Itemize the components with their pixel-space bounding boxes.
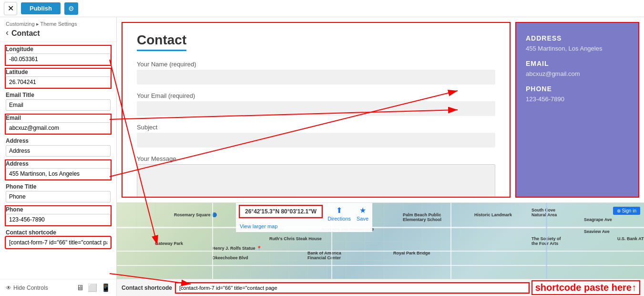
phone-input[interactable] <box>6 214 111 225</box>
address-title: ADDRESS <box>526 34 629 42</box>
email-label: Email <box>6 115 111 121</box>
main-layout: Customizing ▸ Theme Settings ‹ Contact L… <box>0 17 644 296</box>
hide-controls-label: Hide Controls <box>13 285 48 291</box>
subject-label: Subject <box>137 124 495 131</box>
address-title-label: Address <box>6 137 111 144</box>
phone-label: Phone <box>6 206 111 213</box>
email-field: Email <box>6 115 111 134</box>
breadcrumb: Customizing ▸ Theme Settings <box>6 21 111 27</box>
shortcode-bar-label: Contact shortcode <box>122 285 172 291</box>
address-value: 455 Martinson, Los Angeles <box>526 45 629 52</box>
email-title-input[interactable] <box>6 99 111 111</box>
address-value-input[interactable] <box>6 168 111 180</box>
tablet-icon-button[interactable]: ⬜ <box>88 283 97 292</box>
map-tile: Rosemary Square 🔵 Hyatt Place WestPalm B… <box>117 203 644 279</box>
email-input[interactable] <box>6 122 111 134</box>
publish-button[interactable]: Publish <box>21 2 61 14</box>
page-title: Contact <box>137 32 186 51</box>
map-label-gateway: Gateway Park <box>155 241 183 246</box>
directions-label: Directions <box>327 216 351 222</box>
subject-input[interactable] <box>137 133 495 148</box>
info-panel: ADDRESS 455 Martinson, Los Angeles EMAIL… <box>515 22 639 198</box>
shortcode-bar-input[interactable] <box>176 283 529 293</box>
sidebar-fields: Longitude Latitude Email Title Email Add… <box>0 42 116 279</box>
top-bar: ✕ Publish ⚙ <box>0 0 644 17</box>
phone-title-field: Phone Title <box>6 183 111 202</box>
map-label-bank: Bank of AmericaFinancial Center <box>307 251 341 260</box>
view-larger-map-link[interactable]: View larger map <box>240 223 368 229</box>
shortcode-bar: Contact shortcode shortcode paste here↑ <box>117 279 644 296</box>
email-field-group: Your Email (required) <box>137 92 495 116</box>
contact-form-panel: Contact Your Name (required) Your Email … <box>122 22 511 198</box>
phone-title-label: Phone Title <box>6 183 111 190</box>
latitude-label: Latitude <box>6 69 111 75</box>
map-label-rosemary: Rosemary Square 🔵 <box>174 212 217 217</box>
shortcode-label: Contact shortcode <box>6 229 111 236</box>
map-label-ruths: Ruth's Chris Steak House <box>269 236 322 241</box>
map-label-rolfs: Henry J. Rolfs Statue 📍 <box>212 246 262 251</box>
message-textarea[interactable] <box>137 164 495 198</box>
subject-field-group: Subject <box>137 124 495 148</box>
email-form-input[interactable] <box>137 101 495 116</box>
map-label-seagrape: Seagrape Ave <box>584 217 612 222</box>
message-label: Your Message <box>137 155 495 162</box>
star-icon: ★ <box>359 206 366 215</box>
sidebar-title: Contact <box>11 27 40 38</box>
map-label-usbank: U.S. Bank ATM <box>617 236 644 241</box>
sidebar-header: Customizing ▸ Theme Settings ‹ Contact <box>0 17 116 42</box>
map-label-historic: Historic Landmark <box>474 212 512 217</box>
phone-info-title: PHONE <box>526 85 629 93</box>
save-map-label: Save <box>357 216 368 222</box>
email-info-title: EMAIL <box>526 60 629 67</box>
shortcode-field: Contact shortcode <box>6 229 111 248</box>
shortcode-input[interactable] <box>6 237 111 248</box>
map-section: Rosemary Square 🔵 Hyatt Place WestPalm B… <box>117 202 644 279</box>
mobile-icon-button[interactable]: 📱 <box>101 283 111 292</box>
eye-icon: 👁 <box>6 285 11 291</box>
latitude-field: Latitude <box>6 69 111 88</box>
sign-in-badge[interactable]: ⊕ Sign in <box>613 207 640 215</box>
back-button[interactable]: ‹ <box>6 28 11 38</box>
longitude-label: Longitude <box>6 46 111 53</box>
email-form-label: Your Email (required) <box>137 92 495 99</box>
shortcode-annotation: shortcode paste here↑ <box>532 281 639 294</box>
longitude-field: Longitude <box>6 46 111 65</box>
hide-controls-button[interactable]: 👁 Hide Controls <box>6 285 48 291</box>
address-title-input[interactable] <box>6 145 111 157</box>
map-coords: 26°42'15.3"N 80°03'12.1"W <box>240 206 322 217</box>
email-title-field: Email Title <box>6 92 111 111</box>
address-value-label: Address <box>6 160 111 167</box>
phone-info-value: 123-456-7890 <box>526 95 629 103</box>
phone-field: Phone <box>6 206 111 225</box>
directions-icon: ⬆ <box>336 206 342 215</box>
map-controls: 26°42'15.3"N 80°03'12.1"W ⬆ Directions ★… <box>236 203 372 232</box>
sidebar-footer: 👁 Hide Controls 🖥 ⬜ 📱 <box>0 279 116 296</box>
footer-icons: 🖥 ⬜ 📱 <box>76 283 111 292</box>
name-label: Your Name (required) <box>137 61 495 68</box>
desktop-icon-button[interactable]: 🖥 <box>76 283 84 292</box>
message-field-group: Your Message <box>137 155 495 198</box>
gear-button[interactable]: ⚙ <box>64 2 78 15</box>
address-value-field: Address <box>6 160 111 180</box>
contact-section: Contact Your Name (required) Your Email … <box>117 17 644 202</box>
name-input[interactable] <box>137 70 495 85</box>
sidebar: Customizing ▸ Theme Settings ‹ Contact L… <box>0 17 117 296</box>
map-label-okeechobee: Okeechobee Blvd <box>212 255 248 260</box>
name-field-group: Your Name (required) <box>137 61 495 85</box>
map-label-seaview: Seaview Ave <box>584 229 610 234</box>
content-area: Contact Your Name (required) Your Email … <box>117 17 644 296</box>
address-title-field: Address <box>6 137 111 157</box>
map-label-palmbeach: Palm Beach PublicElementary School <box>403 212 441 222</box>
directions-button[interactable]: ⬆ Directions <box>327 206 351 222</box>
email-title-label: Email Title <box>6 92 111 98</box>
longitude-input[interactable] <box>6 53 111 65</box>
close-button[interactable]: ✕ <box>4 2 17 15</box>
phone-title-input[interactable] <box>6 191 111 202</box>
latitude-input[interactable] <box>6 76 111 88</box>
save-map-button[interactable]: ★ Save <box>357 206 368 222</box>
map-label-southcove: South CoveNatural Area <box>532 208 557 217</box>
email-info-value: abcxuz@gmail.com <box>526 70 629 77</box>
